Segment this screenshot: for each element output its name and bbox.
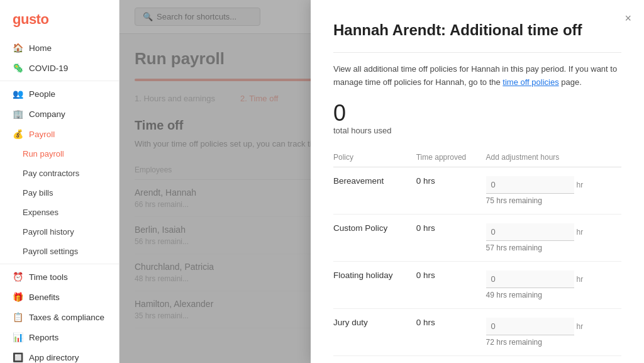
policy-row: Floating holiday 0 hrs hr [333,261,621,291]
adj-unit-0: hr [577,181,584,189]
modal-description: View all additional time off policies fo… [333,63,621,89]
reports-icon: 📊 [13,332,23,342]
policy-name-1: Custom Policy [333,214,416,243]
adj-unit-2: hr [577,275,584,284]
time-icon: ⏰ [13,272,23,282]
app-directory-icon: 🔲 [13,352,23,362]
sidebar-label-pay-bills: Pay bills [23,188,53,198]
sidebar-label-company: Company [29,109,65,119]
policy-sub-row: 75 hrs remaining [333,196,621,215]
sidebar-item-home[interactable]: 🏠 Home [0,38,119,58]
policy-row: Bereavement 0 hrs hr [333,167,621,196]
sidebar-label-reports: Reports [29,333,58,342]
main-content: 🔍 Search for shortcuts... Run payroll 1.… [119,0,644,363]
sidebar-item-run-payroll[interactable]: Run payroll [0,144,119,164]
adj-cell-1: hr [486,214,621,243]
sidebar-item-company[interactable]: 🏢 Company [0,104,119,124]
policy-name-2: Floating holiday [333,261,416,291]
adj-input-2[interactable] [486,271,574,288]
sidebar-label-covid: COVID-19 [29,64,68,73]
adj-cell-0: hr [486,167,621,196]
adj-unit-1: hr [577,228,584,237]
sidebar-nav: 🏠 Home 🦠 COVID-19 👥 People 🏢 Company 💰 P… [0,38,119,363]
company-icon: 🏢 [13,109,23,119]
policy-sub-row: 72 hrs remaining [333,338,621,356]
total-hours: 0 [333,102,621,125]
hrs-remaining-2: 49 hrs remaining [486,291,621,309]
modal-desc-after: page. [559,77,582,87]
sidebar-item-payroll-history[interactable]: Payroll history [0,222,119,242]
modal-title: Hannah Arendt: Additional time off [333,20,621,40]
sidebar-item-time-tools[interactable]: ⏰ Time tools [0,267,119,287]
time-off-policies-link[interactable]: time off policies [502,77,558,87]
benefits-icon: 🎁 [13,292,23,302]
time-approved-3: 0 hrs [416,308,486,338]
sidebar-label-app-directory: App directory [29,353,79,362]
sidebar-label-run-payroll: Run payroll [23,149,64,159]
sidebar-label-time-tools: Time tools [29,272,68,282]
sidebar-item-expenses[interactable]: Expenses [0,203,119,222]
sidebar-label-people: People [29,89,55,99]
sidebar-label-payroll: Payroll [29,130,55,139]
sidebar-label-payroll-settings: Payroll settings [23,247,78,256]
logo: gusto [0,0,119,38]
time-approved-0: 0 hrs [416,167,486,196]
sidebar-item-payroll[interactable]: 💰 Payroll [0,124,119,144]
policy-col-header: Policy [333,148,416,167]
sidebar-item-people[interactable]: 👥 People [0,84,119,104]
modal: × Hannah Arendt: Additional time off Vie… [311,0,644,363]
policy-sub-row: 57 hrs remaining [333,243,621,262]
home-icon: 🏠 [13,43,23,53]
modal-divider [333,52,621,53]
sidebar-label-benefits: Benefits [29,293,60,302]
sidebar-item-covid[interactable]: 🦠 COVID-19 [0,58,119,78]
adj-hours-col-header: Add adjustment hours [486,148,621,167]
sidebar-divider [0,81,119,81]
adj-cell-2: hr [486,261,621,291]
sidebar-label-payroll-history: Payroll history [23,227,74,237]
sidebar-divider-2 [0,264,119,264]
modal-close-button[interactable]: × [625,13,631,24]
policy-name-3: Jury duty [333,308,416,338]
sidebar: gusto 🏠 Home 🦠 COVID-19 👥 People 🏢 Compa… [0,0,119,363]
sidebar-label-pay-contractors: Pay contractors [23,169,79,178]
payroll-icon: 💰 [13,129,23,139]
sidebar-label-taxes: Taxes & compliance [29,313,104,322]
adj-cell-3: hr [486,308,621,338]
sidebar-item-app-directory[interactable]: 🔲 App directory [0,347,119,363]
hrs-remaining-1: 57 hrs remaining [486,243,621,262]
policy-row: Custom Policy 0 hrs hr [333,214,621,243]
sidebar-item-taxes[interactable]: 📋 Taxes & compliance [0,307,119,327]
sidebar-item-benefits[interactable]: 🎁 Benefits [0,287,119,307]
hrs-remaining-3: 72 hrs remaining [486,338,621,356]
adj-input-1[interactable] [486,223,574,241]
sidebar-label-home: Home [29,43,52,53]
sidebar-item-payroll-settings[interactable]: Payroll settings [0,242,119,261]
modal-overlay: × Hannah Arendt: Additional time off Vie… [119,0,644,363]
time-approved-col-header: Time approved [416,148,486,167]
taxes-icon: 📋 [13,312,23,322]
covid-icon: 🦠 [13,63,23,73]
hrs-remaining-0: 75 hrs remaining [486,196,621,215]
adj-input-0[interactable] [486,176,574,194]
time-approved-1: 0 hrs [416,214,486,243]
time-approved-2: 0 hrs [416,261,486,291]
adj-input-3[interactable] [486,318,574,335]
policy-sub-row: 49 hrs remaining [333,291,621,309]
people-icon: 👥 [13,89,23,99]
sidebar-label-expenses: Expenses [23,208,58,217]
sidebar-item-pay-contractors[interactable]: Pay contractors [0,164,119,183]
policy-row: Jury duty 0 hrs hr [333,308,621,338]
policy-name-0: Bereavement [333,167,416,196]
policy-table: Policy Time approved Add adjustment hour… [333,148,621,356]
sidebar-item-pay-bills[interactable]: Pay bills [0,183,119,203]
adj-unit-3: hr [577,322,584,331]
sidebar-item-reports[interactable]: 📊 Reports [0,327,119,347]
total-hours-label: total hours used [333,126,621,135]
